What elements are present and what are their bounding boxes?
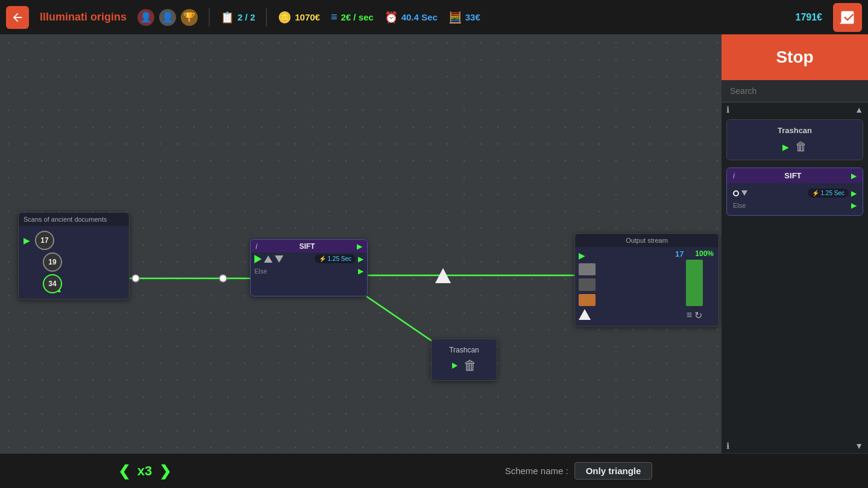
level-stat: 📋 2 / 2 bbox=[221, 11, 255, 24]
scheme-name-area: Scheme name : Only triangle bbox=[289, 462, 868, 480]
coins-stat: 🪙 1070€ bbox=[278, 11, 320, 24]
timer-value: 1.25 Sec bbox=[328, 255, 351, 262]
panel-sift-i: i bbox=[733, 171, 735, 180]
level-icon: 📋 bbox=[221, 11, 234, 24]
chevron-left[interactable]: ❮ bbox=[118, 463, 130, 480]
total-value: 1791€ bbox=[796, 12, 823, 23]
panel-else-label: Else bbox=[733, 202, 746, 209]
badge-gray: 👤 bbox=[159, 9, 176, 26]
panel-sift-out: ▶ bbox=[851, 172, 857, 180]
source-row1: ▶ 17 bbox=[24, 231, 124, 250]
panel-scroll-area[interactable]: Trashcan ▶ 🗑 i SIFT ▶ ⚡ 1.25 Se bbox=[722, 114, 868, 441]
panel-scroll-up-arrow[interactable]: ▲ bbox=[855, 105, 863, 114]
sift-tri-down bbox=[275, 255, 283, 263]
game-title: Illuminati origins bbox=[40, 11, 127, 23]
level-value: 2 / 2 bbox=[237, 12, 255, 22]
output-pct: 100% bbox=[695, 249, 714, 258]
trash-row: 🗑 bbox=[452, 358, 477, 374]
back-button[interactable] bbox=[6, 6, 29, 29]
source-title: Scans of ancient documents bbox=[19, 213, 129, 226]
right-panel: Stop ℹ ▲ Trashcan ▶ 🗑 i SIFT ▶ bbox=[722, 34, 868, 488]
panel-timer-val: 1.25 Sec bbox=[821, 190, 844, 196]
calc-icon: 🧮 bbox=[448, 11, 462, 24]
rate-stat: ≡ 2€ / sec bbox=[331, 11, 374, 23]
sift-title: SIFT bbox=[261, 242, 353, 251]
chevron-right[interactable]: ❯ bbox=[159, 463, 171, 480]
output-icons: ≡ ↻ bbox=[687, 310, 702, 321]
trash-node: Trashcan 🗑 bbox=[431, 339, 497, 381]
badge-group: 👤 👤 🏆 bbox=[137, 9, 198, 26]
output-bar-fill bbox=[686, 260, 703, 306]
output-color-darkgray bbox=[579, 278, 596, 290]
panel-timer-icon: ⚡ bbox=[812, 190, 819, 196]
calc-stat: 🧮 33€ bbox=[448, 11, 480, 24]
svg-point-4 bbox=[219, 275, 227, 282]
panel-sift-header: i SIFT ▶ bbox=[727, 168, 863, 183]
trash-play-btn[interactable] bbox=[452, 363, 458, 369]
sift-tri-up bbox=[264, 255, 272, 263]
panel-trashcan-card: Trashcan ▶ 🗑 bbox=[726, 119, 863, 160]
calc-value: 33€ bbox=[465, 12, 480, 22]
output-bar-container bbox=[686, 260, 703, 306]
trash-icon: 🗑 bbox=[464, 358, 477, 374]
source-play-button[interactable]: ▶ bbox=[24, 236, 30, 245]
bottom-left-controls: ❮ x3 ❯ bbox=[0, 463, 289, 480]
timer-value: 40.4 Sec bbox=[401, 12, 438, 22]
panel-sift-row2: Else ▶ bbox=[732, 199, 858, 211]
search-input[interactable] bbox=[722, 80, 868, 102]
separator2 bbox=[266, 8, 267, 27]
bottombar: ❮ x3 ❯ Scheme name : Only triangle bbox=[0, 454, 868, 488]
panel-sift-card: i SIFT ▶ ⚡ 1.25 Sec ▶ Else bbox=[726, 167, 863, 216]
panel-trash-play[interactable]: ▶ bbox=[782, 142, 789, 152]
coin-icon: 🪙 bbox=[278, 11, 291, 24]
sift-i-label: i bbox=[256, 242, 257, 251]
corner-button[interactable] bbox=[833, 3, 862, 32]
panel-else-arrow: ▶ bbox=[851, 201, 857, 210]
badge-19: 19 bbox=[43, 252, 62, 272]
output-left: ▶ bbox=[575, 247, 670, 324]
badge-red: 👤 bbox=[137, 9, 154, 26]
topbar: Illuminati origins 👤 👤 🏆 📋 2 / 2 🪙 1070€… bbox=[0, 0, 868, 34]
panel-row1-arrow: ▶ bbox=[851, 189, 857, 198]
panel-scroll-down-arrow[interactable]: ▼ bbox=[855, 441, 863, 451]
stop-button[interactable]: Stop bbox=[722, 34, 868, 80]
panel-tri-down bbox=[741, 190, 747, 196]
sift-play-left[interactable] bbox=[254, 255, 262, 263]
badge-gold: 🏆 bbox=[181, 9, 198, 26]
rate-value: 2€ / sec bbox=[341, 12, 373, 22]
source-node: Scans of ancient documents ▶ 17 19 34 ▲ bbox=[18, 212, 130, 299]
svg-point-3 bbox=[132, 275, 139, 282]
timer-icon-glyph: ⚡ bbox=[319, 255, 326, 262]
sift-row2: Else ▶ bbox=[251, 265, 367, 277]
coins-value: 1070€ bbox=[295, 12, 320, 22]
output-right: 17 100% ≡ ↻ bbox=[670, 247, 719, 324]
panel-dot bbox=[733, 190, 739, 196]
scheme-name-input[interactable]: Only triangle bbox=[574, 462, 653, 480]
output-play-in[interactable]: ▶ bbox=[579, 251, 585, 260]
output-title: Output stream bbox=[575, 234, 719, 247]
source-row2: 19 bbox=[24, 252, 124, 272]
output-tri-white bbox=[579, 309, 591, 320]
panel-trash-row: ▶ 🗑 bbox=[782, 140, 807, 154]
sift-else-out: ▶ bbox=[358, 267, 363, 275]
panel-trash-title: Trashcan bbox=[778, 126, 812, 135]
output-color-orange bbox=[579, 294, 596, 306]
rate-icon: ≡ bbox=[331, 11, 338, 23]
sift-else-label: Else bbox=[254, 267, 356, 275]
sift-header: i SIFT ▶ bbox=[251, 240, 367, 252]
badge-34: 34 ▲ bbox=[43, 274, 62, 293]
source-row3: 34 ▲ bbox=[24, 274, 124, 293]
panel-timer: ⚡ 1.25 Sec bbox=[808, 189, 849, 198]
badge-17: 17 bbox=[35, 231, 54, 250]
trash-title: Trashcan bbox=[449, 346, 479, 354]
output-layers-icon[interactable]: ≡ bbox=[687, 310, 692, 321]
x3-label: x3 bbox=[137, 463, 152, 479]
scheme-label: Scheme name : bbox=[505, 466, 568, 476]
panel-trash-icon: 🗑 bbox=[795, 140, 807, 154]
output-color-gray bbox=[579, 263, 596, 275]
timer-stat: ⏰ 40.4 Sec bbox=[385, 11, 438, 24]
canvas-area[interactable]: Scans of ancient documents ▶ 17 19 34 ▲ bbox=[0, 34, 722, 488]
panel-sift-title: SIFT bbox=[738, 171, 848, 180]
output-refresh-icon[interactable]: ↻ bbox=[694, 310, 702, 321]
output-count: 17 bbox=[675, 249, 684, 258]
